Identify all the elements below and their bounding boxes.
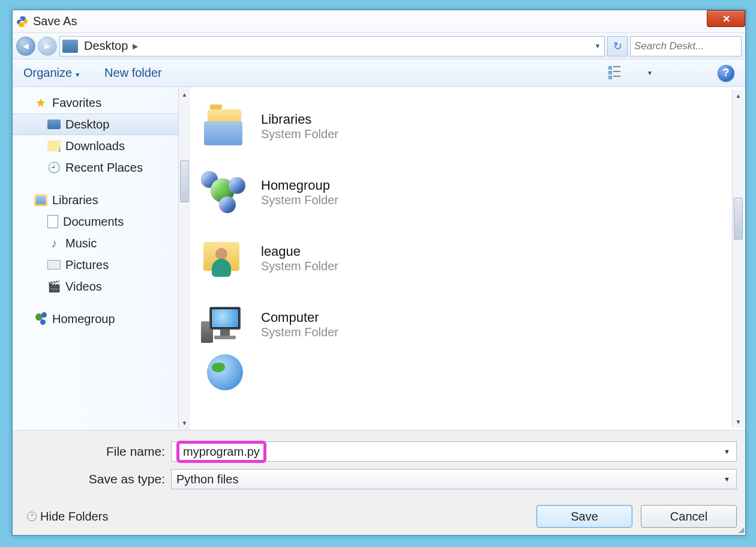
pictures-icon (47, 260, 61, 270)
address-dropdown-icon[interactable]: ▼ (595, 43, 601, 49)
savetype-value: Python files (176, 473, 238, 486)
scroll-up-icon[interactable]: ▲ (733, 89, 744, 101)
sidebar-item-pictures[interactable]: Pictures (13, 254, 190, 276)
address-bar[interactable]: Desktop ▶ ▼ (59, 36, 605, 56)
refresh-button[interactable]: ↻ (607, 36, 628, 56)
savetype-label: Save as type: (21, 472, 171, 486)
dialog-title: Save As (33, 14, 77, 28)
scroll-up-icon[interactable]: ▲ (179, 88, 190, 100)
svg-point-1 (23, 25, 25, 26)
close-icon: ✕ (722, 13, 730, 25)
downloads-icon (47, 141, 61, 151)
videos-icon: 🎬 (47, 280, 61, 293)
user-folder-icon (201, 234, 249, 282)
scroll-down-icon[interactable]: ▼ (733, 416, 744, 428)
sidebar-libraries-header[interactable]: Libraries (13, 189, 190, 211)
sidebar-item-music[interactable]: ♪ Music (13, 232, 190, 254)
save-as-dialog: Save As ✕ ◄ ► Desktop ▶ ▼ ↻ 🔍 Organize▼ … (12, 10, 746, 536)
list-item-user[interactable]: league System Folder (201, 225, 734, 291)
desktop-location-icon (62, 40, 78, 53)
resize-grip-icon[interactable]: ◢ (739, 525, 743, 534)
view-dropdown-icon[interactable]: ▼ (647, 70, 653, 76)
search-input[interactable] (634, 40, 756, 52)
sidebar-favorites-header[interactable]: ★ Favorites (13, 92, 190, 113)
document-icon (47, 215, 58, 228)
back-arrow-icon: ◄ (21, 41, 31, 52)
filename-value: myprogram.py (183, 445, 260, 458)
sidebar-item-videos[interactable]: 🎬 Videos (13, 276, 190, 297)
toolbar: Organize▼ New folder ▼ ? (13, 59, 745, 87)
filename-input[interactable]: myprogram.py ▼ (171, 441, 737, 462)
sidebar-homegroup-header[interactable]: Homegroup (13, 308, 190, 330)
libraries-icon (34, 194, 47, 206)
sidebar-item-recent-places[interactable]: 🕘 Recent Places (13, 157, 190, 178)
libraries-folder-icon (201, 102, 249, 150)
help-button[interactable]: ? (718, 65, 734, 82)
sidebar-item-documents[interactable]: Documents (13, 211, 190, 232)
star-icon: ★ (34, 96, 47, 109)
form-area: File name: myprogram.py ▼ Save as type: … (13, 430, 745, 535)
titlebar: Save As ✕ (13, 10, 745, 33)
help-icon: ? (723, 67, 730, 79)
file-list: Libraries System Folder Homegroup System… (190, 87, 745, 430)
music-icon: ♪ (47, 237, 61, 250)
filename-dropdown-icon[interactable]: ▼ (724, 448, 730, 455)
save-button[interactable]: Save (536, 505, 632, 528)
chevron-up-icon: ˄ (27, 512, 37, 521)
recent-places-icon: 🕘 (47, 161, 61, 174)
filename-label: File name: (21, 444, 171, 459)
cancel-button[interactable]: Cancel (641, 505, 737, 528)
back-button[interactable]: ◄ (16, 37, 35, 56)
list-item-homegroup[interactable]: Homegroup System Folder (201, 159, 734, 225)
list-item-libraries[interactable]: Libraries System Folder (201, 93, 734, 159)
breadcrumb-arrow-icon[interactable]: ▶ (130, 42, 140, 50)
mainlist-scrollbar[interactable]: ▲ ▼ (732, 89, 744, 428)
navigation-bar: ◄ ► Desktop ▶ ▼ ↻ 🔍 (13, 33, 745, 59)
homegroup-icon (34, 312, 47, 325)
list-item-computer[interactable]: Computer System Folder (201, 291, 734, 357)
sidebar-item-downloads[interactable]: Downloads (13, 135, 190, 157)
network-globe-icon (201, 348, 249, 396)
computer-icon (201, 300, 249, 348)
monitor-icon (47, 119, 61, 129)
new-folder-button[interactable]: New folder (104, 66, 162, 80)
forward-button[interactable]: ► (38, 37, 57, 56)
body-container: ★ Favorites Desktop Downloads 🕘 Recent P… (13, 87, 745, 430)
breadcrumb-desktop[interactable]: Desktop (82, 39, 130, 53)
sidebar-scrollbar[interactable]: ▲ ▼ (178, 88, 190, 429)
organize-menu[interactable]: Organize▼ (23, 66, 80, 80)
svg-point-0 (20, 17, 21, 18)
scrollbar-thumb[interactable] (180, 160, 189, 202)
navigation-pane: ★ Favorites Desktop Downloads 🕘 Recent P… (13, 87, 190, 430)
sidebar-item-desktop[interactable]: Desktop (13, 113, 190, 135)
hide-folders-toggle[interactable]: ˄ Hide Folders (27, 510, 108, 524)
scroll-down-icon[interactable]: ▼ (179, 417, 190, 429)
filename-highlight-box: myprogram.py (176, 441, 266, 463)
forward-arrow-icon: ► (43, 41, 52, 52)
savetype-dropdown[interactable]: Python files ▼ (171, 469, 737, 489)
close-button[interactable]: ✕ (707, 10, 745, 27)
python-app-icon (16, 16, 28, 28)
savetype-dropdown-icon[interactable]: ▼ (724, 476, 730, 483)
chevron-down-icon: ▼ (74, 71, 80, 78)
homegroup-folder-icon (201, 168, 249, 216)
view-options-button[interactable] (608, 66, 623, 80)
scrollbar-thumb[interactable] (734, 198, 743, 240)
list-item-network-partial[interactable] (201, 357, 734, 387)
refresh-icon: ↻ (613, 40, 622, 53)
search-box[interactable]: 🔍 (630, 36, 742, 56)
